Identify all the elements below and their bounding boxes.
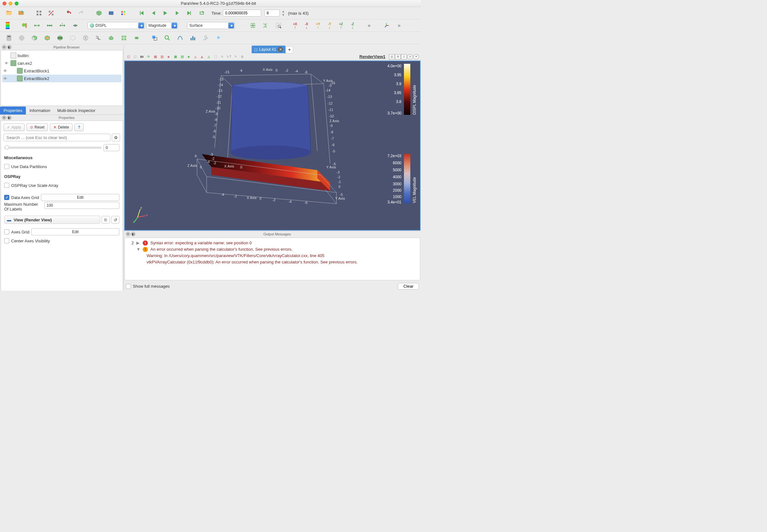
tab-information[interactable]: Information bbox=[26, 107, 54, 115]
checkbox-use-partitions[interactable] bbox=[4, 164, 9, 169]
panel-close-icon[interactable]: ✕ bbox=[2, 45, 6, 49]
plus-y-view[interactable]: +Y↑ bbox=[313, 21, 323, 30]
maximize-window[interactable] bbox=[15, 2, 19, 5]
checkbox-ospray-scale[interactable] bbox=[4, 183, 9, 188]
undo-icon[interactable] bbox=[63, 8, 75, 18]
layout-tab-1[interactable]: ▢ Layout #1 ✕ bbox=[252, 46, 286, 53]
minus-y-view[interactable]: -Y↓ bbox=[324, 21, 335, 30]
expand-icon[interactable]: ▼ bbox=[136, 247, 140, 252]
tree-row-extract1[interactable]: 👁 ExtractBlock1 bbox=[2, 67, 121, 75]
expand-icon[interactable]: ▶ bbox=[136, 240, 140, 245]
tab-multiblock[interactable]: Multi-block Inspector bbox=[54, 107, 99, 115]
help-button[interactable]: ? bbox=[74, 123, 84, 131]
group-icon[interactable] bbox=[118, 33, 130, 43]
rescale-visible-icon[interactable] bbox=[70, 21, 81, 30]
edit-axes-grid[interactable]: Edit bbox=[41, 194, 119, 201]
delete-button[interactable]: ✕Delete bbox=[50, 123, 72, 131]
props-close-icon[interactable]: ✕ bbox=[2, 115, 6, 120]
rescale-range-icon[interactable] bbox=[31, 21, 43, 30]
render-view[interactable]: -154 X Axis 0-2-4-6 Y Axis -5-15 -14-13-… bbox=[124, 61, 421, 231]
output-close-icon[interactable]: ✕ bbox=[126, 232, 130, 236]
vtb-icon[interactable]: ◱ bbox=[126, 54, 131, 59]
first-frame-icon[interactable] bbox=[135, 8, 147, 18]
axes-triad-icon[interactable] bbox=[381, 21, 392, 30]
representation-selector[interactable]: Surface◆ bbox=[187, 22, 235, 29]
frame-input[interactable] bbox=[264, 10, 280, 17]
show-colorbar-icon[interactable] bbox=[19, 21, 30, 30]
box-icon[interactable] bbox=[93, 8, 105, 18]
view-detach-icon[interactable]: ⊙ bbox=[407, 54, 413, 59]
next-frame-icon[interactable] bbox=[172, 8, 183, 18]
selection-icon[interactable] bbox=[149, 33, 160, 43]
palette-icon[interactable] bbox=[105, 8, 117, 18]
checkbox-axes-grid[interactable] bbox=[4, 229, 9, 234]
split-vert-icon[interactable]: ⊟ bbox=[395, 54, 401, 59]
edit-axes-grid2[interactable]: Edit bbox=[31, 228, 119, 235]
redo-icon[interactable] bbox=[75, 8, 87, 18]
plus-z-view[interactable]: +Z↑ bbox=[336, 21, 346, 30]
contour-icon[interactable] bbox=[16, 33, 27, 43]
apply-button[interactable]: ✔Apply bbox=[4, 123, 25, 131]
prev-frame-icon[interactable] bbox=[147, 8, 159, 18]
checkbox-center-axes[interactable] bbox=[4, 238, 9, 243]
vtb-icon[interactable]: ↖? bbox=[227, 54, 232, 59]
time-input[interactable] bbox=[223, 10, 261, 17]
vtb-icon[interactable]: ⬚ bbox=[213, 54, 218, 59]
tree-row-builtin[interactable]: builtin: bbox=[2, 52, 121, 59]
extract-level-icon[interactable] bbox=[131, 33, 142, 43]
close-layout-icon[interactable]: ✕ bbox=[278, 47, 283, 52]
reset-camera-icon[interactable] bbox=[247, 21, 259, 30]
zoom-data-icon[interactable] bbox=[260, 21, 272, 30]
vtb-icon[interactable]: ◈ bbox=[166, 54, 171, 59]
vtb-icon[interactable]: ▦ bbox=[173, 54, 178, 59]
tree-row-extract2[interactable]: 👁 ExtractBlock2 bbox=[2, 75, 121, 82]
plus-x-view[interactable]: +X↑ bbox=[290, 21, 300, 30]
minus-x-view[interactable]: -X↓ bbox=[302, 21, 312, 30]
view-section-header[interactable]: ▬ View (Render View) bbox=[4, 216, 100, 224]
max-labels-input[interactable]: 100 bbox=[44, 202, 119, 209]
threshold-icon[interactable] bbox=[54, 33, 66, 43]
vtb-icon[interactable]: ✎ bbox=[233, 54, 238, 59]
copy-view-icon[interactable]: ⎘ bbox=[101, 216, 110, 224]
rescale-temporal-icon[interactable]: t bbox=[57, 21, 68, 30]
gear-icon[interactable]: ⚙ bbox=[112, 134, 120, 141]
glyph-icon[interactable] bbox=[80, 33, 91, 43]
array-selector[interactable]: DISPL◆ bbox=[87, 22, 145, 29]
reset-button[interactable]: ⊘Reset bbox=[26, 123, 48, 131]
loop-icon[interactable] bbox=[196, 8, 208, 18]
rescale-custom-icon[interactable] bbox=[44, 21, 56, 30]
snap-icon[interactable] bbox=[213, 33, 224, 43]
trash-icon[interactable]: 🗑 bbox=[240, 54, 245, 59]
maximize-icon[interactable]: ◻ bbox=[401, 54, 407, 59]
clip-icon[interactable] bbox=[29, 33, 40, 43]
play-icon[interactable] bbox=[160, 8, 171, 18]
warp-icon[interactable] bbox=[105, 33, 117, 43]
restore-view-icon[interactable]: ↺ bbox=[111, 216, 119, 224]
connect-icon[interactable] bbox=[33, 8, 45, 18]
last-frame-icon[interactable] bbox=[184, 8, 196, 18]
extract-icon[interactable] bbox=[67, 33, 78, 43]
tab-properties[interactable]: Properties bbox=[0, 107, 26, 115]
slice-icon[interactable] bbox=[41, 33, 53, 43]
save-state-icon[interactable] bbox=[15, 8, 27, 18]
output-detach-icon[interactable]: ◧ bbox=[131, 232, 135, 236]
more-options-2[interactable]: » bbox=[393, 21, 405, 30]
btn-3d[interactable]: 3D bbox=[139, 54, 144, 59]
checkbox-data-axes-grid[interactable] bbox=[4, 195, 9, 200]
search-input[interactable] bbox=[4, 134, 110, 141]
vtb-icon[interactable]: ◬ bbox=[206, 54, 212, 59]
pipeline-tree[interactable]: builtin: 👁 can.ex2 👁 ExtractBlock1 👁 Ext… bbox=[1, 50, 123, 106]
vtb-icon[interactable]: ↖ bbox=[220, 54, 225, 59]
minus-z-view[interactable]: -Z↓ bbox=[347, 21, 358, 30]
vtb-icon[interactable]: ◈ bbox=[186, 54, 191, 59]
histogram-icon[interactable] bbox=[187, 33, 199, 43]
view-close-icon[interactable]: ✕ bbox=[413, 54, 419, 59]
color-palette-icon[interactable] bbox=[117, 8, 129, 18]
calculator-icon[interactable] bbox=[3, 33, 15, 43]
clear-button[interactable]: Clear bbox=[398, 283, 419, 290]
vtb-icon[interactable]: ▨ bbox=[179, 54, 184, 59]
minimize-window[interactable] bbox=[9, 2, 12, 5]
more-options[interactable]: » bbox=[363, 21, 375, 30]
find-data-icon[interactable] bbox=[161, 33, 173, 43]
component-selector[interactable]: Magnitude◆ bbox=[146, 22, 178, 29]
